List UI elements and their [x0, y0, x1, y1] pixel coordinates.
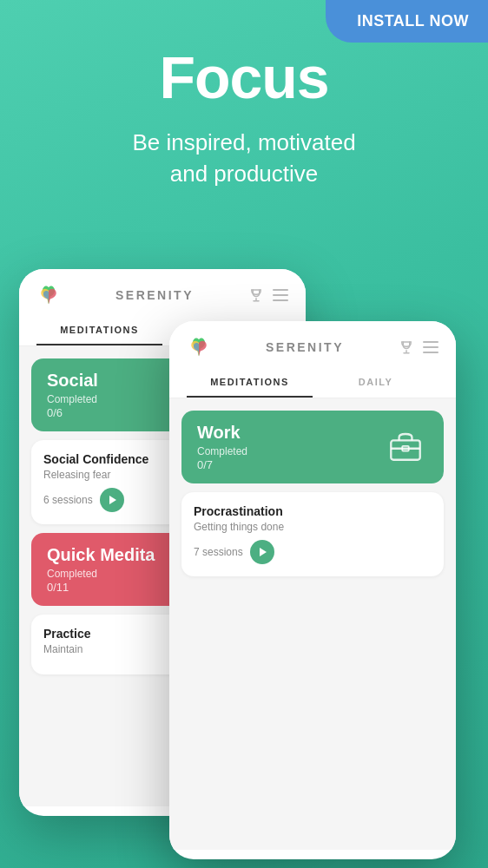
svg-rect-0	[273, 289, 288, 291]
front-tab-meditations[interactable]: MEDITATIONS	[187, 368, 313, 398]
install-now-button[interactable]: INSTALL NOW	[326, 0, 488, 43]
svg-marker-9	[109, 496, 116, 504]
session-count: 6 sessions	[43, 494, 93, 506]
social-card-subtitle: Completed	[47, 393, 98, 405]
page-title: Focus	[0, 43, 488, 111]
procrastination-title: Procrastination	[194, 504, 432, 518]
work-card-info: Work Completed 0/7	[197, 423, 247, 471]
quick-card-count: 0/11	[47, 581, 155, 594]
phone-front-icons	[399, 339, 439, 355]
work-category-card[interactable]: Work Completed 0/7	[181, 411, 444, 483]
social-card-count: 0/6	[47, 406, 98, 419]
front-menu-icon[interactable]	[423, 341, 439, 353]
work-card-subtitle: Completed	[197, 445, 247, 457]
phone-back-header: SERENITY	[19, 269, 306, 316]
procrastination-meta: 7 sessions	[194, 540, 432, 564]
phone-front-tabs: MEDITATIONS DAILY	[169, 368, 456, 398]
svg-rect-11	[423, 346, 439, 348]
phone-front: SERENITY MEDITATIONS DAILY	[169, 321, 456, 859]
procrastination-subtitle: Getting things done	[194, 521, 432, 533]
procrastination-play-button[interactable]	[250, 540, 274, 564]
phone-back-app-name: SERENITY	[115, 288, 194, 302]
quick-card-info: Quick Medita Completed 0/11	[47, 545, 155, 594]
svg-rect-10	[423, 341, 439, 343]
svg-rect-13	[391, 440, 419, 459]
front-tab-daily[interactable]: DAILY	[313, 368, 439, 398]
phone-front-app-name: SERENITY	[266, 340, 344, 354]
phones-container: SERENITY MEDITATIONS DAILY	[0, 269, 488, 868]
svg-marker-16	[260, 548, 267, 556]
social-card-info: Social Completed 0/6	[47, 371, 98, 419]
quick-card-title: Quick Medita	[47, 545, 155, 565]
play-button[interactable]	[100, 488, 124, 512]
procrastination-card[interactable]: Procrastination Getting things done 7 se…	[181, 492, 444, 576]
front-logo	[187, 335, 211, 359]
svg-rect-1	[273, 294, 288, 296]
svg-rect-2	[273, 299, 288, 301]
work-card-count: 0/7	[197, 458, 247, 471]
briefcase-icon	[383, 423, 428, 471]
procrastination-count: 7 sessions	[194, 546, 243, 558]
phone-back-icons	[248, 287, 288, 303]
menu-icon[interactable]	[273, 289, 288, 301]
logo	[36, 283, 61, 307]
quick-card-subtitle: Completed	[47, 568, 155, 580]
work-card-title: Work	[197, 423, 247, 443]
phone-front-header: SERENITY	[169, 321, 456, 368]
social-card-title: Social	[47, 371, 98, 391]
front-trophy-icon	[399, 339, 414, 355]
phone-front-content: Work Completed 0/7 Procrastin	[169, 398, 456, 850]
svg-rect-12	[423, 352, 439, 353]
page-subtitle: Be inspired, motivated and productive	[0, 127, 488, 190]
tab-meditations[interactable]: MEDITATIONS	[36, 316, 162, 345]
trophy-icon	[248, 287, 264, 303]
procrastination-card-info: Procrastination Getting things done 7 se…	[194, 504, 432, 564]
